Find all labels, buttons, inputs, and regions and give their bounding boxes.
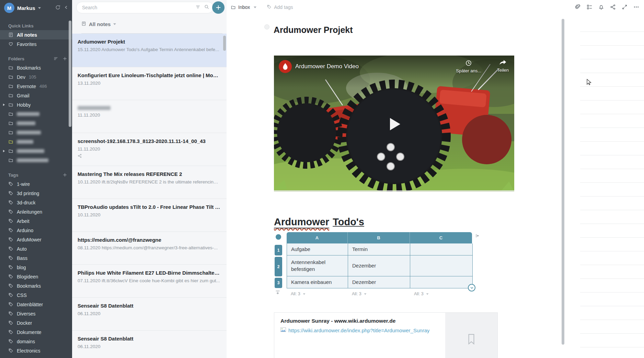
filter-icon[interactable] — [195, 4, 200, 11]
column-filter[interactable]: All: 3 — [348, 291, 410, 296]
sidebar-folder[interactable]: Hobby — [0, 100, 72, 109]
column-filter[interactable]: All: 3 — [287, 291, 348, 296]
note-list-item[interactable]: TBProAudio updates sTilt to 2.0 - Free L… — [72, 199, 227, 232]
note-list-item[interactable]: 11.11.2020 — [72, 100, 227, 133]
sidebar-tag[interactable]: Blogideen — [0, 272, 72, 281]
watch-later-button[interactable]: Später ans... — [456, 60, 481, 73]
add-folder-icon[interactable] — [62, 56, 67, 61]
more-options-icon[interactable] — [633, 4, 639, 10]
add-column-handle[interactable] — [475, 234, 480, 238]
sync-icon[interactable] — [55, 5, 60, 11]
sidebar-tag[interactable]: Bookmarks — [0, 281, 72, 290]
attachment-icon[interactable] — [575, 4, 581, 10]
table-cell[interactable]: Antennenkabel befestigen — [287, 255, 348, 276]
note-list-item[interactable]: Ardumower Projekt 15.11.2020 Ardumower T… — [72, 34, 227, 67]
section-heading[interactable]: ArdumowerTodo's — [274, 216, 364, 228]
note-list-item[interactable]: Senseair S8 Datenblatt 06.11.2020 — [72, 298, 227, 331]
sidebar-tag[interactable]: 3d-druck — [0, 198, 72, 207]
sidebar-tag[interactable]: Auto — [0, 244, 72, 253]
sidebar-tag[interactable]: Docker — [0, 318, 72, 327]
sidebar-tag[interactable]: Datenblätter — [0, 300, 72, 309]
sidebar-tag[interactable]: Arduino — [0, 226, 72, 235]
table-column-header[interactable]: C — [410, 232, 472, 243]
sidebar-tag[interactable]: CSS — [0, 290, 72, 300]
channel-avatar[interactable] — [279, 60, 292, 73]
sidebar-tag[interactable]: Electronics — [0, 346, 72, 355]
video-share-button[interactable]: Teilen — [497, 60, 509, 73]
note-list-header[interactable]: All notes — [81, 21, 116, 27]
note-list-item[interactable]: Philips Hue White Filament E27 LED-Birne… — [72, 265, 227, 298]
sidebar-folder[interactable]: Gmail — [0, 91, 72, 100]
sidebar-folder[interactable]: Dev 105 — [0, 72, 72, 82]
table-cell[interactable] — [410, 276, 472, 288]
sort-icon[interactable] — [54, 56, 58, 61]
row-number-tab[interactable]: 2 — [275, 257, 282, 276]
note-list-item[interactable]: Konfiguriert Eure Linoleum-Tischplatte j… — [72, 67, 227, 100]
sidebar-tag[interactable]: domains — [0, 337, 72, 346]
sidebar-item-all-notes[interactable]: All notes — [0, 30, 72, 39]
sidebar-tag[interactable]: 3d printing — [0, 189, 72, 198]
reminder-bell-icon[interactable] — [598, 4, 604, 10]
sidebar-tag[interactable]: 1-wire — [0, 179, 72, 189]
add-tag-icon[interactable] — [62, 172, 67, 177]
add-tags-button[interactable]: Add tags — [267, 4, 293, 10]
note-list-scrollbar[interactable] — [223, 36, 226, 51]
expand-caret-icon[interactable] — [3, 103, 5, 106]
note-list-item[interactable]: Mastering The Mix releases REFERENCE 2 1… — [72, 166, 227, 199]
sidebar-tag[interactable]: Arbeit — [0, 216, 72, 226]
sidebar-tag[interactable]: Bass — [0, 253, 72, 263]
user-menu[interactable]: M Markus — [0, 0, 72, 16]
sidebar-folder[interactable]: Bookmarks — [0, 63, 72, 72]
table-cell[interactable]: Dezember — [348, 276, 410, 288]
search-icon[interactable] — [204, 4, 209, 11]
table-expand-circle[interactable] — [468, 284, 475, 291]
table-column-header[interactable]: B — [348, 232, 410, 243]
sidebar-folder[interactable] — [0, 146, 72, 156]
bookmark-card[interactable]: Ardumower Sunray - www.wiki.ardumower.de… — [274, 312, 498, 358]
collapse-sidebar-icon[interactable] — [64, 5, 69, 11]
play-button[interactable] — [390, 118, 400, 130]
share-icon[interactable] — [610, 4, 616, 10]
sidebar-scrollbar[interactable] — [69, 21, 71, 127]
add-row-icon[interactable] — [275, 290, 280, 295]
expand-icon[interactable] — [622, 4, 628, 10]
sidebar-folder[interactable]: Evernote 486 — [0, 82, 72, 91]
sidebar-folder[interactable] — [0, 137, 72, 146]
table-cell[interactable] — [410, 255, 472, 276]
sidebar-folder[interactable] — [0, 119, 72, 128]
content-scrollbar[interactable] — [562, 19, 564, 345]
new-note-button[interactable] — [212, 1, 225, 14]
row-number-tab[interactable]: 1 — [275, 245, 282, 255]
table-cell[interactable]: Dezember — [348, 255, 410, 276]
sidebar-folder[interactable] — [0, 109, 72, 119]
outline-icon[interactable] — [587, 4, 593, 10]
note-title[interactable]: Ardumower Projekt — [274, 25, 353, 35]
search-input[interactable] — [76, 2, 214, 13]
bookmark-link[interactable]: https://wiki.ardumower.de/index.php?titl… — [288, 327, 429, 333]
sidebar-tag[interactable]: Anleitungen — [0, 207, 72, 216]
table-cell[interactable] — [410, 243, 472, 255]
table-cell[interactable]: Termin — [348, 243, 410, 255]
note-list-item[interactable]: screenshot-192.168.178.3_8123-2020.11.11… — [72, 133, 227, 166]
table-cell[interactable]: Aufgabe — [287, 243, 348, 255]
sidebar-tag[interactable]: Dokumente — [0, 327, 72, 337]
column-filter[interactable]: All: 3 — [410, 291, 472, 296]
note-list-item[interactable]: Senseair S8 Datenblatt 06.11.2020 — [72, 331, 227, 358]
sidebar-tag[interactable]: Diverses — [0, 309, 72, 318]
expand-caret-icon[interactable] — [3, 150, 5, 153]
row-number-tab[interactable]: 3 — [275, 278, 282, 288]
avatar[interactable]: M — [4, 3, 14, 13]
sidebar-item-favorites[interactable]: Favorites — [0, 39, 72, 49]
folder-selector[interactable]: Inbox — [231, 4, 256, 10]
table-column-header[interactable]: A — [287, 232, 348, 243]
table-bullet[interactable] — [276, 234, 281, 240]
note-title-bullet[interactable] — [264, 24, 269, 29]
note-list-item[interactable]: https://medium.com/@franzwegne 08.11.202… — [72, 232, 227, 265]
sidebar-tag[interactable]: ArduMower — [0, 235, 72, 244]
video-title[interactable]: Ardumower Demo Video — [295, 63, 359, 70]
sidebar-folder[interactable] — [0, 156, 72, 165]
sidebar-tag[interactable]: blog — [0, 263, 72, 272]
sidebar-folder[interactable] — [0, 128, 72, 137]
table-cell[interactable]: Kamera einbauen — [287, 276, 348, 288]
youtube-video-embed[interactable]: Ardumower Demo Video Später ans... Teile… — [274, 56, 514, 192]
